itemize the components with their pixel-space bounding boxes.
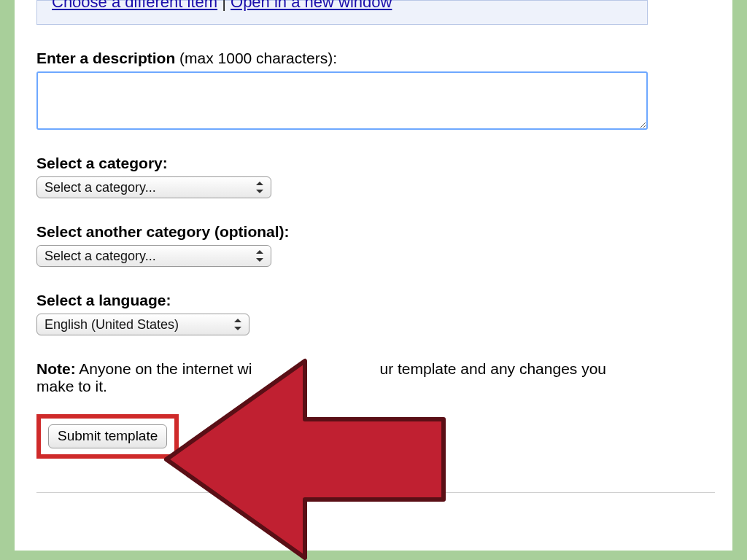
category2-field: Select another category (optional): Sele…	[36, 223, 648, 267]
language-field: Select a language: English (United State…	[36, 292, 648, 335]
chevron-updown-icon	[234, 319, 241, 330]
language-label-text: Select a language:	[36, 292, 171, 308]
description-input[interactable]	[36, 71, 648, 130]
chevron-updown-icon	[256, 182, 263, 193]
category-select-value: Select a category...	[44, 180, 156, 195]
page: Choose a different item | Open in a new …	[15, 0, 732, 551]
notice-box: Choose a different item | Open in a new …	[36, 0, 648, 25]
category2-select[interactable]: Select a category...	[36, 245, 271, 267]
category2-select-value: Select a category...	[44, 249, 156, 264]
category-label-text: Select a category:	[36, 155, 168, 171]
category-label: Select a category:	[36, 155, 648, 172]
form-content: Choose a different item | Open in a new …	[15, 0, 732, 493]
language-select[interactable]: English (United States)	[36, 314, 249, 335]
chevron-updown-icon	[256, 250, 263, 262]
notice-links: Choose a different item | Open in a new …	[52, 0, 647, 11]
category-field: Select a category: Select a category...	[36, 155, 648, 198]
submit-template-button[interactable]: Submit template	[48, 424, 167, 448]
language-select-value: English (United States)	[44, 317, 179, 332]
category2-label: Select another category (optional):	[36, 223, 648, 241]
category2-label-text: Select another category (optional):	[36, 223, 290, 240]
description-label-rest: (max 1000 characters):	[175, 50, 337, 66]
language-label: Select a language:	[36, 292, 648, 309]
note-part1: Anyone on the internet wi	[76, 360, 252, 377]
link-separator: |	[217, 0, 231, 11]
description-field: Enter a description (max 1000 characters…	[36, 50, 648, 130]
category-select[interactable]: Select a category...	[36, 176, 271, 198]
choose-different-item-link[interactable]: Choose a different item	[52, 0, 217, 11]
open-new-window-link[interactable]: Open in a new window	[231, 0, 392, 11]
description-label: Enter a description (max 1000 characters…	[36, 50, 648, 67]
submit-highlight-box: Submit template	[36, 414, 179, 459]
divider	[36, 492, 715, 493]
description-label-bold: Enter a description	[36, 50, 175, 66]
note-bold: Note:	[36, 360, 76, 377]
note-text: Note: Anyone on the internet will be abl…	[36, 360, 627, 395]
